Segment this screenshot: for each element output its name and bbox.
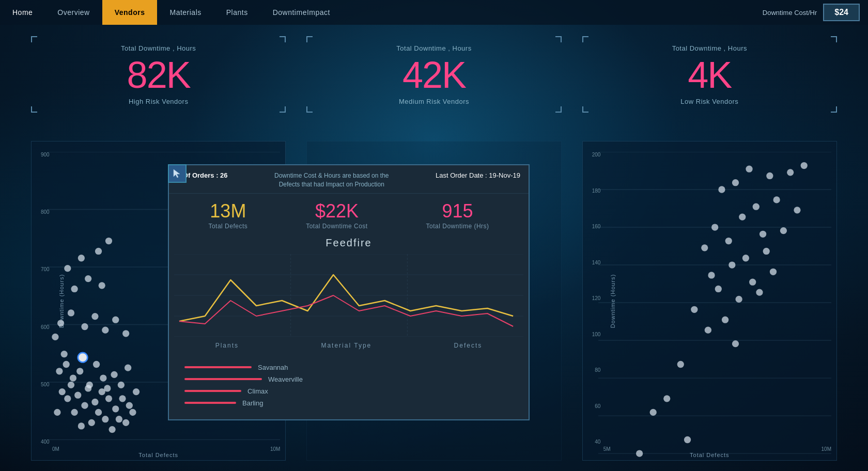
corner-tl-3 [582, 36, 588, 42]
kpi-inner-1: Total Downtime , Hours 82K High Risk Ven… [31, 36, 286, 113]
kpi-subtitle-2: Medium Risk Vendors [317, 98, 551, 105]
svg-point-37 [126, 402, 133, 409]
svg-point-98 [732, 340, 739, 347]
svg-point-77 [760, 231, 766, 238]
nav-vendors[interactable]: Vendors [102, 0, 158, 25]
popup-header: # Of Orders : 26 Downtime Cost & Hours a… [169, 165, 529, 194]
svg-point-29 [100, 374, 106, 381]
popup-chart-label-plants: Plants [215, 342, 239, 349]
svg-point-74 [739, 213, 746, 220]
svg-point-95 [684, 436, 691, 443]
legend-item-barling: Barling [184, 399, 513, 407]
svg-point-10 [52, 334, 58, 340]
downtime-cost-value: $24 [823, 4, 860, 21]
svg-point-71 [718, 186, 725, 193]
popup-metric-cost: $22K Total Downtime Cost [306, 202, 368, 230]
kpi-value-1: 82K [41, 56, 275, 93]
svg-point-75 [794, 207, 800, 213]
svg-point-7 [59, 388, 66, 395]
svg-point-89 [756, 289, 763, 295]
popup-chart-label-defects: Defects [454, 342, 483, 349]
legend-item-savannah: Savannah [184, 364, 513, 371]
corner-tr-3 [831, 36, 837, 42]
svg-point-24 [95, 409, 102, 416]
popup-chart-label-material: Material Type [321, 342, 371, 349]
legend-bar-barling [184, 402, 236, 404]
legend-bar-weaverville [184, 378, 262, 380]
kpi-value-2: 42K [317, 56, 551, 93]
svg-point-83 [729, 261, 735, 268]
legend-label-barling: Barling [242, 399, 294, 407]
kpi-card-high-risk: Total Downtime , Hours 82K High Risk Ven… [31, 36, 286, 113]
svg-point-82 [763, 248, 769, 255]
tick-x-0m: 0M [52, 446, 59, 452]
svg-point-17 [78, 422, 85, 429]
legend-label-weaverville: Weaverville [268, 375, 320, 383]
cursor-icon [173, 168, 182, 179]
svg-point-41 [125, 364, 131, 371]
svg-point-66 [746, 166, 752, 172]
corner-br-2 [555, 106, 562, 113]
corner-br [280, 106, 286, 113]
nav-overview[interactable]: Overview [45, 0, 102, 25]
svg-point-90 [691, 306, 698, 313]
svg-point-34 [119, 395, 126, 402]
svg-point-86 [770, 269, 777, 275]
nav-right-section: Downtime Cost/Hr $24 [763, 4, 868, 21]
svg-point-40 [133, 388, 140, 395]
corner-tr [280, 36, 286, 42]
popup-orders-value: 26 [220, 171, 227, 179]
svg-point-52 [78, 255, 85, 261]
svg-point-13 [63, 361, 70, 368]
nav-downtime-impact[interactable]: DowntimeImpact [260, 0, 343, 25]
svg-point-49 [71, 286, 78, 292]
nav-plants[interactable]: Plants [214, 0, 260, 25]
kpi-inner-3: Total Downtime , Hours 4K Low Risk Vendo… [582, 36, 837, 113]
legend-bar-climax [184, 390, 241, 392]
popup-metric-label-defects: Total Defects [208, 223, 247, 230]
svg-point-11 [64, 395, 71, 402]
main-content: Total Downtime , Hours 82K High Risk Ven… [0, 25, 868, 471]
svg-point-28 [105, 395, 112, 402]
kpi-row: Total Downtime , Hours 82K High Risk Ven… [31, 36, 837, 113]
legend-label-savannah: Savannah [258, 364, 309, 371]
svg-point-76 [711, 224, 718, 230]
svg-point-78 [725, 238, 732, 244]
nav-materials[interactable]: Materials [157, 0, 213, 25]
navigation: Home Overview Vendors Materials Plants D… [0, 0, 868, 25]
svg-point-93 [677, 361, 684, 368]
svg-point-32 [104, 385, 111, 391]
svg-point-91 [722, 317, 729, 323]
corner-tl-2 [306, 36, 313, 42]
kpi-subtitle-1: High Risk Vendors [41, 98, 275, 105]
tick-y-400: 400 [41, 439, 50, 445]
kpi-inner-2: Total Downtime , Hours 42K Medium Risk V… [306, 36, 561, 113]
popup-legend: Savannah Weaverville Climax Barling [169, 359, 529, 419]
svg-point-23 [86, 382, 93, 388]
popup-chart-labels: Plants Material Type Defects [174, 339, 523, 354]
scatter-chart-right[interactable]: Downtime (Hours) 200 180 160 140 120 100… [582, 141, 837, 461]
svg-point-26 [93, 361, 100, 368]
svg-point-84 [708, 272, 715, 278]
svg-point-45 [91, 313, 98, 320]
svg-point-16 [70, 374, 76, 381]
svg-point-47 [112, 317, 119, 323]
legend-item-climax: Climax [184, 387, 513, 395]
svg-point-18 [81, 402, 88, 409]
svg-point-30 [109, 426, 115, 433]
scatter-left-x-ticks: 0M 10M [52, 446, 280, 452]
corner-br-3 [831, 106, 837, 113]
svg-point-73 [773, 196, 780, 203]
corner-bl-3 [582, 106, 588, 113]
popup-metric-value-hours: 915 [426, 202, 489, 221]
kpi-title-2: Total Downtime , Hours [317, 44, 551, 52]
popup-metrics: 13M Total Defects $22K Total Downtime Co… [169, 194, 529, 234]
popup-metric-hours: 915 Total Downtime (Hrs) [426, 202, 489, 230]
svg-point-96 [649, 409, 656, 416]
svg-point-70 [800, 162, 807, 169]
scatter-left-x-label: Total Defects [138, 452, 178, 458]
corner-bl-2 [306, 106, 313, 113]
nav-home[interactable]: Home [0, 0, 45, 25]
corner-tr-2 [555, 36, 562, 42]
svg-point-33 [116, 416, 122, 422]
